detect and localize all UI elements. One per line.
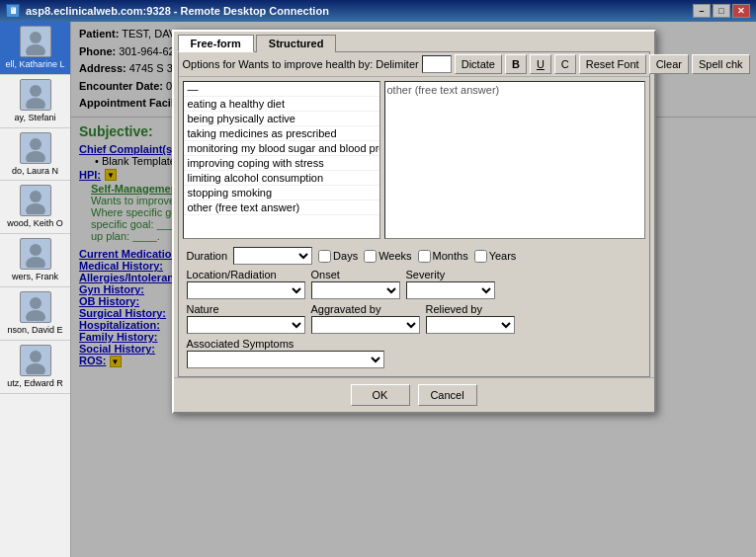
form-section: Duration Days Weeks (179, 243, 649, 376)
severity-field-group: Severity (406, 269, 495, 299)
tab-structured[interactable]: Structured (256, 35, 337, 52)
weeks-checkbox-group: Weeks (364, 250, 411, 263)
reset-font-button[interactable]: Reset Font (579, 54, 646, 74)
relieved-select[interactable] (426, 316, 515, 334)
svg-point-0 (30, 32, 42, 43)
toolbar-row: Options for Wants to improve health by: … (179, 52, 649, 77)
free-text-placeholder: other (free text answer) (387, 84, 500, 96)
tab-bar: Free-form Structured (174, 32, 654, 51)
close-button[interactable]: ✕ (732, 4, 750, 18)
list-item-6[interactable]: limiting alcohol consumption (184, 171, 379, 186)
duration-row: Duration Days Weeks (187, 247, 641, 265)
dialog-footer: OK Cancel (174, 377, 654, 412)
location-row: Location/Radiation Onset Severity (187, 269, 641, 299)
svg-point-11 (26, 310, 45, 321)
svg-point-10 (30, 297, 42, 309)
avatar-katharine (20, 26, 51, 57)
dictate-button[interactable]: Dictate (455, 54, 502, 74)
svg-point-8 (30, 244, 42, 256)
title-bar-buttons: – □ ✕ (693, 4, 750, 18)
list-item-2[interactable]: being physically active (184, 112, 379, 126)
maximize-button[interactable]: □ (713, 4, 730, 18)
svg-point-7 (26, 203, 45, 214)
nature-label: Nature (187, 303, 305, 315)
severity-select[interactable] (406, 281, 495, 299)
sidebar-item-edward[interactable]: utz, Edward R (0, 341, 70, 394)
relieved-field-group: Relieved by (426, 303, 515, 334)
nature-row: Nature Aggravated by Relieved by (187, 303, 641, 334)
duration-label: Duration (187, 250, 228, 262)
aggravated-label: Aggravated by (311, 303, 420, 315)
sidebar-item-stefani[interactable]: ay, Stefani (0, 75, 70, 128)
ok-button[interactable]: OK (351, 384, 410, 406)
sidebar-item-david[interactable]: nson, David E (0, 287, 70, 341)
patient-area: Patient: TEST, DAVE DOB: 06/ Phone: 301-… (71, 22, 756, 557)
years-checkbox-group: Years (474, 250, 517, 263)
tab-freeform[interactable]: Free-form (178, 35, 254, 52)
associated-select[interactable] (187, 351, 384, 368)
years-label: Years (489, 250, 517, 262)
relieved-label: Relieved by (426, 303, 515, 315)
days-checkbox[interactable] (318, 250, 331, 263)
minimize-button[interactable]: – (693, 4, 711, 18)
delimiter-label: Delimiter (376, 58, 418, 70)
nature-select[interactable] (187, 316, 305, 334)
aggravated-select[interactable] (311, 316, 420, 334)
location-field-group: Location/Radiation (187, 269, 305, 299)
list-item-5[interactable]: improving coping with stress (184, 156, 379, 171)
months-checkbox[interactable] (418, 250, 431, 263)
location-label: Location/Radiation (187, 269, 305, 280)
associated-label: Associated Symptoms (187, 338, 384, 350)
color-button[interactable]: C (554, 54, 576, 74)
svg-point-3 (26, 98, 45, 109)
modal-overlay: Free-form Structured Options for Wants t… (71, 22, 756, 557)
options-list[interactable]: — eating a healthy diet being physically… (183, 81, 380, 239)
list-item-7[interactable]: stopping smoking (184, 186, 379, 200)
severity-label: Severity (406, 269, 495, 280)
sidebar-name-keith: wood, Keith O (7, 218, 63, 229)
tab-content: Options for Wants to improve health by: … (178, 51, 650, 377)
bold-button[interactable]: B (505, 54, 527, 74)
delimiter-input[interactable] (422, 55, 452, 73)
avatar-edward (20, 345, 51, 376)
sidebar-name-frank: wers, Frank (12, 272, 58, 282)
options-label: Options for Wants to improve health by: (183, 58, 374, 70)
sidebar-item-frank[interactable]: wers, Frank (0, 234, 70, 287)
svg-point-2 (30, 85, 42, 97)
svg-point-13 (26, 363, 45, 374)
svg-point-5 (26, 151, 45, 162)
onset-select[interactable] (311, 281, 400, 299)
cancel-button[interactable]: Cancel (418, 384, 477, 406)
svg-point-9 (26, 257, 45, 268)
dialog-body: — eating a healthy diet being physically… (179, 77, 649, 243)
sidebar-item-katharine[interactable]: ell, Katharine L (0, 22, 70, 75)
nature-field-group: Nature (187, 303, 305, 334)
sidebar-name-edward: utz, Edward R (7, 378, 63, 389)
list-item-3[interactable]: taking medicines as prescribed (184, 126, 379, 141)
sidebar-name-katharine: ell, Katharine L (5, 59, 64, 70)
list-item-8[interactable]: other (free text answer) (184, 200, 379, 215)
svg-point-4 (30, 138, 42, 150)
weeks-checkbox[interactable] (364, 250, 377, 263)
location-select[interactable] (187, 281, 305, 299)
clear-button[interactable]: Clear (649, 54, 689, 74)
days-checkbox-group: Days (318, 250, 358, 263)
list-item-4[interactable]: monitoring my blood sugar and blood pres… (184, 141, 379, 156)
spell-check-button[interactable]: Spell chk (692, 54, 750, 74)
free-text-area[interactable]: other (free text answer) (384, 81, 645, 239)
sidebar-item-keith[interactable]: wood, Keith O (0, 181, 70, 234)
dialog: Free-form Structured Options for Wants t… (172, 30, 656, 414)
list-item-0[interactable]: — (184, 82, 379, 97)
list-item-1[interactable]: eating a healthy diet (184, 97, 379, 112)
sidebar-item-laura[interactable]: do, Laura N (0, 128, 70, 182)
app-icon: 🖥 (6, 4, 20, 18)
avatar-frank (20, 238, 51, 270)
avatar-laura (20, 132, 51, 164)
underline-button[interactable]: U (530, 54, 551, 74)
months-label: Months (433, 250, 468, 262)
svg-point-6 (30, 191, 42, 202)
sidebar-name-laura: do, Laura N (12, 166, 58, 177)
years-checkbox[interactable] (474, 250, 487, 263)
days-label: Days (333, 250, 358, 262)
duration-select[interactable] (233, 247, 312, 265)
